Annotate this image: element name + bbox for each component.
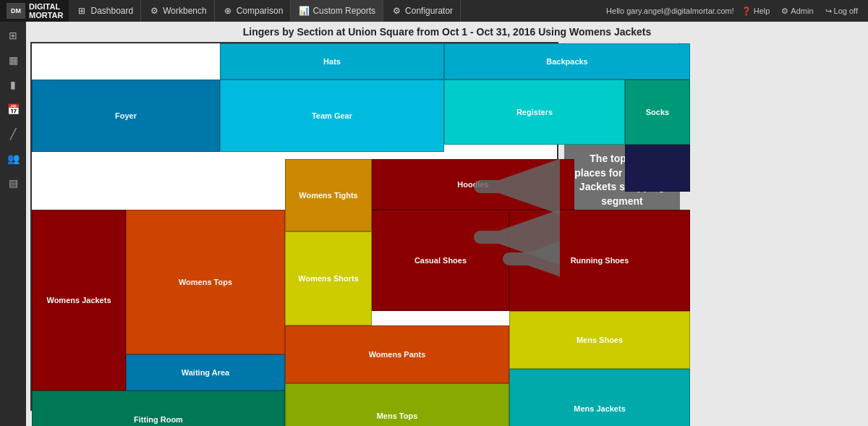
- section-registers: Registers: [444, 80, 625, 145]
- chart-title: Lingers by Section at Union Square from …: [30, 26, 864, 38]
- nav-comparison[interactable]: ⊕ Comparison: [215, 0, 292, 22]
- nav-workbench[interactable]: ⚙ Workbench: [141, 0, 214, 22]
- section-foyer: Foyer: [32, 80, 220, 152]
- brand-icon: DM: [7, 3, 25, 19]
- section-womens-tops: Womens Tops: [126, 210, 285, 354]
- sidebar-layout[interactable]: ▤: [2, 172, 24, 194]
- section-casual-shoes: Casual Shoes: [372, 210, 509, 311]
- section-womens-pants: Womens Pants: [285, 325, 509, 383]
- sidebar-barchart[interactable]: ▮: [2, 74, 24, 95]
- section-womens-jackets: Womens Jackets: [32, 210, 126, 391]
- comparison-icon: ⊕: [222, 5, 234, 17]
- brand-logo: DM DIGITAL MORTAR: [0, 0, 69, 22]
- nav-help[interactable]: ❓ Help: [737, 7, 775, 16]
- section-mens-jackets: Mens Jackets: [509, 369, 690, 426]
- help-icon: ❓: [741, 7, 752, 16]
- nav-configurator[interactable]: ⚙ Configurator: [383, 0, 461, 22]
- sidebar-people[interactable]: 👥: [2, 148, 24, 169]
- user-greeting: Hello gary.angel@digitalmortar.com!: [606, 7, 734, 15]
- section-socks: Socks: [625, 80, 690, 145]
- section-backpacks: Backpacks: [444, 43, 690, 80]
- sidebar-signal[interactable]: ╱: [2, 123, 24, 145]
- top-navigation: DM DIGITAL MORTAR ⊞ Dashboard ⚙ Workbenc…: [0, 0, 868, 22]
- workbench-icon: ⚙: [148, 5, 160, 17]
- nav-dashboard[interactable]: ⊞ Dashboard: [69, 0, 141, 22]
- section-running-shoes: Running Shoes: [509, 210, 690, 311]
- admin-icon: ⚙: [781, 7, 788, 16]
- reports-icon: 📊: [298, 5, 310, 17]
- section-team-gear: Team Gear: [220, 80, 444, 152]
- svg-text:DM: DM: [11, 7, 21, 14]
- configurator-icon: ⚙: [391, 5, 402, 17]
- section-mens-shoes: Mens Shoes: [509, 311, 690, 369]
- section-womens-tights: Womens Tights: [285, 159, 372, 231]
- section-fitting-room: Fitting Room: [32, 391, 285, 426]
- section-mens-tops: Mens Tops: [285, 383, 509, 426]
- section-hats: Hats: [220, 43, 444, 80]
- brand-name: DIGITAL MORTAR: [29, 2, 63, 20]
- sidebar-grid[interactable]: ▦: [2, 49, 24, 71]
- nav-admin[interactable]: ⚙ Admin: [777, 7, 817, 16]
- nav-custom-reports[interactable]: 📊 Custom Reports: [291, 0, 383, 22]
- sidebar-calendar[interactable]: 📅: [2, 98, 24, 120]
- section-counter-top: [625, 145, 690, 192]
- chart-area: HatsBackpacksFoyerTeam GearRegistersSock…: [30, 42, 864, 422]
- logoff-icon: ↪: [825, 7, 832, 16]
- nav-logoff[interactable]: ↪ Log off: [821, 7, 862, 16]
- sidebar-layers[interactable]: ⊞: [2, 25, 24, 46]
- sidebar: ⊞ ▦ ▮ 📅 ╱ 👥 ▤: [0, 22, 26, 426]
- section-waiting-area: Waiting Area: [126, 354, 285, 391]
- nav-right-section: Hello gary.angel@digitalmortar.com! ❓ He…: [600, 7, 868, 16]
- main-content: Lingers by Section at Union Square from …: [26, 22, 868, 426]
- section-womens-shorts: Womens Shorts: [285, 231, 372, 325]
- section-hoodies: Hoodies: [372, 159, 574, 210]
- floor-map: HatsBackpacksFoyerTeam GearRegistersSock…: [30, 42, 558, 411]
- dashboard-icon: ⊞: [76, 5, 88, 17]
